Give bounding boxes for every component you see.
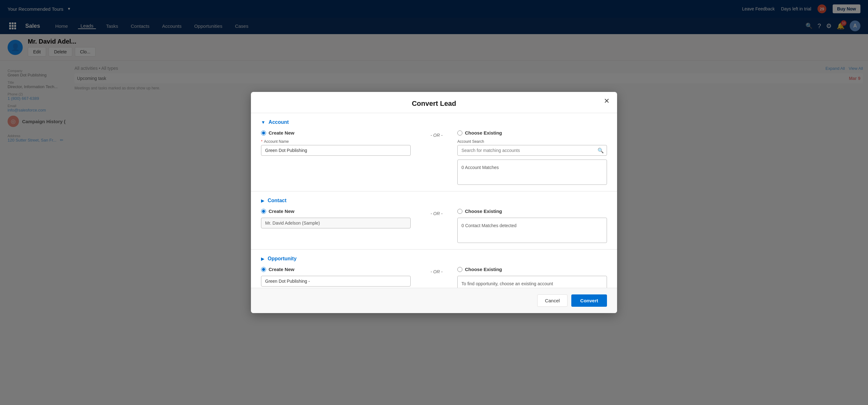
modal-header: Convert Lead ✕ xyxy=(251,92,617,113)
account-section-header: ▼ Account xyxy=(261,119,607,125)
account-section: ▼ Account Create New * Account Name xyxy=(251,113,617,192)
opportunity-section-title[interactable]: Opportunity xyxy=(268,256,297,262)
cancel-button[interactable]: Cancel xyxy=(537,294,568,307)
contact-section-header: ▶ Contact xyxy=(261,198,607,203)
opportunity-create-new-label[interactable]: Create New xyxy=(269,267,294,272)
account-search-label: Account Search xyxy=(457,139,607,144)
account-choose-existing-col: Choose Existing Account Search 🔍 0 Accou… xyxy=(452,130,607,185)
opportunity-no-account-box: To find opportunity, choose an existing … xyxy=(457,276,607,288)
modal-overlay: Convert Lead ✕ ▼ Account Create New xyxy=(0,0,868,405)
account-matches-box: 0 Account Matches xyxy=(457,160,607,185)
contact-name-field xyxy=(261,218,411,228)
contact-matches-text: 0 Contact Matches detected xyxy=(461,223,516,228)
account-chevron-icon[interactable]: ▼ xyxy=(261,120,266,125)
account-create-new-radio-group: Create New xyxy=(261,130,411,136)
modal-title: Convert Lead xyxy=(261,99,607,108)
contact-section: ▶ Contact Create New - OR - xyxy=(251,192,617,250)
opportunity-create-new-radio[interactable] xyxy=(261,267,266,272)
account-name-input[interactable] xyxy=(261,145,411,156)
account-or-divider: - OR - xyxy=(421,130,452,138)
contact-section-title[interactable]: Contact xyxy=(268,198,287,203)
contact-choose-existing-radio[interactable] xyxy=(457,209,462,214)
account-section-title[interactable]: Account xyxy=(269,119,289,125)
account-choose-existing-label[interactable]: Choose Existing xyxy=(465,130,502,136)
contact-matches-box: 0 Contact Matches detected xyxy=(457,218,607,243)
contact-section-columns: Create New - OR - Choose Existing xyxy=(261,208,607,243)
opportunity-name-field xyxy=(261,276,411,287)
opportunity-chevron-icon[interactable]: ▶ xyxy=(261,256,265,261)
modal-body: ▼ Account Create New * Account Name xyxy=(251,113,617,288)
contact-create-new-radio-group: Create New xyxy=(261,208,411,214)
contact-choose-existing-label[interactable]: Choose Existing xyxy=(465,208,502,214)
convert-lead-modal: Convert Lead ✕ ▼ Account Create New xyxy=(251,92,617,313)
contact-choose-existing-col: Choose Existing 0 Contact Matches detect… xyxy=(452,208,607,243)
account-search-field: Account Search 🔍 xyxy=(457,139,607,156)
account-choose-existing-radio[interactable] xyxy=(457,131,462,136)
opportunity-choose-existing-col: Choose Existing To find opportunity, cho… xyxy=(452,267,607,288)
account-section-columns: Create New * Account Name - OR - xyxy=(261,130,607,185)
opportunity-name-input[interactable] xyxy=(261,276,411,287)
opportunity-choose-existing-label[interactable]: Choose Existing xyxy=(465,267,502,272)
contact-name-input[interactable] xyxy=(261,218,411,228)
account-search-input[interactable] xyxy=(457,145,607,156)
account-search-icon: 🔍 xyxy=(597,147,604,153)
contact-chevron-icon[interactable]: ▶ xyxy=(261,198,265,203)
account-name-field: * Account Name xyxy=(261,139,411,156)
contact-create-new-label[interactable]: Create New xyxy=(269,208,294,214)
contact-or-divider: - OR - xyxy=(421,208,452,216)
required-star: * xyxy=(261,139,262,144)
modal-footer: Cancel Convert xyxy=(251,288,617,313)
account-choose-existing-radio-group: Choose Existing xyxy=(457,130,607,136)
opportunity-create-new-col: Create New Don't create an opportunity u… xyxy=(261,267,421,288)
opportunity-or-divider: - OR - xyxy=(421,267,452,274)
account-create-new-col: Create New * Account Name xyxy=(261,130,421,160)
opportunity-choose-existing-radio[interactable] xyxy=(457,267,462,272)
account-matches-text: 0 Account Matches xyxy=(461,165,499,170)
account-create-new-label[interactable]: Create New xyxy=(269,130,294,136)
account-search-wrapper: 🔍 xyxy=(457,145,607,156)
opportunity-no-account-text: To find opportunity, choose an existing … xyxy=(461,281,553,286)
contact-choose-existing-radio-group: Choose Existing xyxy=(457,208,607,214)
opportunity-create-new-radio-group: Create New xyxy=(261,267,411,272)
convert-button[interactable]: Convert xyxy=(571,294,607,307)
modal-close-button[interactable]: ✕ xyxy=(604,97,610,105)
opportunity-section: ▶ Opportunity Create New xyxy=(251,250,617,288)
contact-create-new-radio[interactable] xyxy=(261,209,266,214)
contact-create-new-col: Create New xyxy=(261,208,421,232)
opportunity-section-header: ▶ Opportunity xyxy=(261,256,607,262)
opportunity-section-columns: Create New Don't create an opportunity u… xyxy=(261,267,607,288)
opportunity-choose-existing-radio-group: Choose Existing xyxy=(457,267,607,272)
account-create-new-radio[interactable] xyxy=(261,131,266,136)
account-name-label: * Account Name xyxy=(261,139,411,144)
